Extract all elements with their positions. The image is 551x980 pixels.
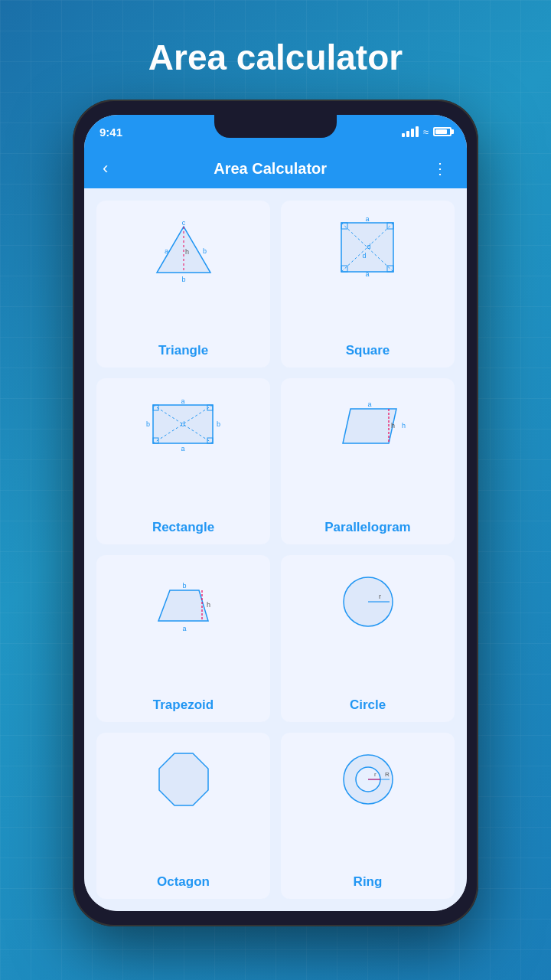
svg-text:r: r <box>379 593 381 600</box>
triangle-label: Triangle <box>158 343 208 358</box>
svg-text:r: r <box>374 771 377 778</box>
shape-card-octagon[interactable]: Octagon <box>96 733 270 900</box>
status-icons: ≈ <box>402 126 452 138</box>
svg-text:d: d <box>362 252 366 260</box>
svg-text:d: d <box>367 243 370 250</box>
shapes-grid: c a b h b Triangle <box>84 188 467 911</box>
shape-card-trapezoid[interactable]: b a h Trapezoid <box>96 555 270 722</box>
octagon-illustration <box>145 745 222 814</box>
svg-text:h: h <box>391 422 395 430</box>
parallelogram-label: Parallelogram <box>324 520 410 535</box>
circle-illustration: r <box>330 567 406 636</box>
svg-text:d: d <box>181 420 184 428</box>
ring-illustration: r R <box>330 745 406 814</box>
app-bar: ‹ Area Calculator ⋮ <box>84 149 467 188</box>
svg-marker-35 <box>158 590 208 621</box>
signal-icon <box>402 126 419 137</box>
svg-text:a: a <box>365 270 369 278</box>
parallelogram-illustration: a h h <box>330 390 406 459</box>
app-bar-title: Area Calculator <box>214 160 327 178</box>
svg-text:a: a <box>365 215 369 223</box>
octagon-label: Octagon <box>157 874 210 890</box>
battery-icon <box>433 127 452 136</box>
svg-text:b: b <box>203 247 207 255</box>
square-label: Square <box>346 343 390 358</box>
svg-text:h: h <box>402 422 406 430</box>
trapezoid-label: Trapezoid <box>153 697 214 713</box>
shape-card-ring[interactable]: r R Ring <box>281 733 455 900</box>
svg-text:a: a <box>182 625 186 632</box>
shape-card-triangle[interactable]: c a b h b Triangle <box>96 201 270 368</box>
svg-text:a: a <box>165 247 168 255</box>
rectangle-label: Rectangle <box>152 520 214 535</box>
triangle-illustration: c a b h b <box>145 213 222 282</box>
circle-label: Circle <box>350 697 386 713</box>
phone-frame: 9:41 ≈ ‹ Area Calculator ⋮ <box>73 100 478 926</box>
svg-text:R: R <box>385 771 390 778</box>
svg-text:b: b <box>182 582 186 590</box>
svg-text:b: b <box>181 276 185 283</box>
shape-card-parallelogram[interactable]: a h h Parallelogram <box>281 378 455 545</box>
back-button[interactable]: ‹ <box>96 155 114 181</box>
page-title: Area calculator <box>148 37 403 78</box>
trapezoid-illustration: b a h <box>145 567 222 636</box>
svg-text:c: c <box>181 219 185 227</box>
svg-text:a: a <box>367 400 371 408</box>
shape-card-rectangle[interactable]: a b b d a Rectangle <box>96 378 270 545</box>
shape-card-circle[interactable]: r Circle <box>281 555 455 722</box>
svg-text:a: a <box>181 445 184 452</box>
ring-label: Ring <box>354 874 383 890</box>
shape-card-square[interactable]: a d d a Square <box>281 201 455 368</box>
rectangle-illustration: a b b d a <box>145 390 222 459</box>
status-time: 9:41 <box>99 126 122 139</box>
notch <box>214 115 337 138</box>
square-illustration: a d d a <box>330 213 406 282</box>
svg-text:b: b <box>146 420 150 428</box>
svg-text:h: h <box>185 248 189 256</box>
wifi-icon: ≈ <box>423 126 429 138</box>
more-button[interactable]: ⋮ <box>426 156 455 181</box>
svg-text:b: b <box>217 420 220 428</box>
screen: 9:41 ≈ ‹ Area Calculator ⋮ <box>84 115 467 911</box>
svg-marker-43 <box>159 753 208 805</box>
svg-text:h: h <box>207 601 210 609</box>
svg-text:a: a <box>181 397 184 405</box>
